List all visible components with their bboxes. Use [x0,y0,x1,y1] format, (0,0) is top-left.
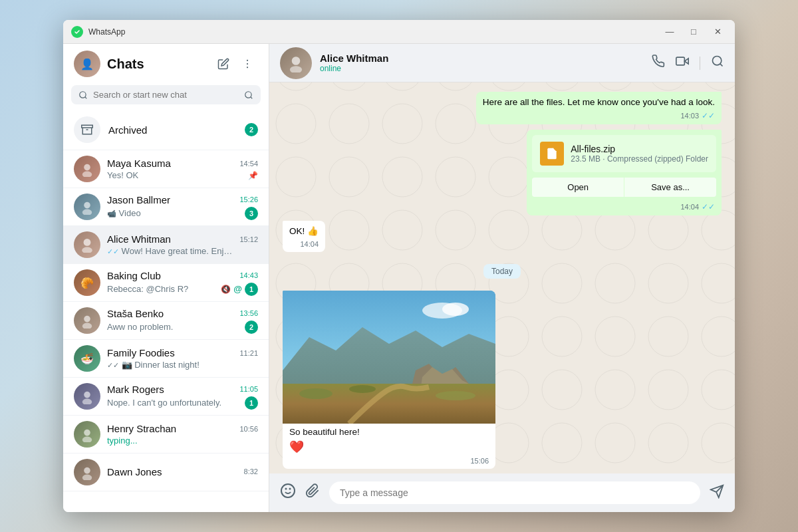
user-profile-avatar[interactable]: 👤 [74,51,100,77]
attach-button[interactable] [305,483,320,502]
svg-point-34 [299,388,332,399]
file-inner: All-files.zip 23.5 MB · Compressed (zipp… [532,135,716,172]
svg-point-1 [247,60,248,61]
svg-point-29 [442,303,469,316]
main-window: WhatsApp — □ ✕ 👤 Chats [63,20,735,512]
svg-point-21 [82,475,92,480]
chat-item-alice[interactable]: Alice Whitman 15:12 ✓✓ Wow! Have great t… [63,226,269,264]
chat-item-henry[interactable]: Henry Strachan 10:56 typing... [63,416,269,454]
chat-avatar-jason [74,194,100,220]
chat-item-dawn[interactable]: Dawn Jones 8:32 [63,454,269,491]
file-actions: Open Save as... [532,178,716,197]
svg-point-37 [281,484,295,497]
svg-point-3 [247,66,248,68]
chat-avatar-maya [74,156,100,182]
header-icons [652,55,724,71]
svg-point-15 [82,323,92,329]
voice-call-button[interactable] [652,55,665,71]
photo-image[interactable] [283,291,495,424]
open-file-button[interactable]: Open [532,178,624,197]
app-logo [71,26,83,38]
chat-list: Archived 2 Maya Kasuma 14:54 [63,110,269,512]
minimize-button[interactable]: — [660,25,679,39]
header-divider [700,57,700,70]
emoji-button[interactable] [280,483,296,503]
svg-point-13 [82,247,92,253]
chat-item-mark[interactable]: Mark Rogers 11:05 Nope. I can't go unfor… [63,378,269,416]
message-tick-1: ✓✓ [702,110,715,122]
message-bubble-1: Here are all the files. Let me know once… [476,92,722,124]
chat-preview-jason: 📹 Video [107,208,141,218]
search-input[interactable] [93,90,239,100]
photo-time: 15:06 [470,457,489,465]
chat-time-jason: 15:26 [239,196,258,203]
menu-button[interactable] [237,53,258,74]
chat-name-alice: Alice Whitman [107,233,171,245]
message-text-ok: OK! 👍 [289,226,319,236]
file-meta: 14:04 ✓✓ [527,202,722,215]
maximize-button[interactable]: □ [684,25,703,39]
chat-avatar-baking: 🥐 [74,269,100,296]
sidebar-header: 👤 Chats [63,44,269,82]
chat-info-mark: Mark Rogers 11:05 Nope. I can't go unfor… [107,384,258,410]
chat-info-stasa: Staša Benko 13:56 Aww no problem. 2 [107,308,258,334]
chat-item-stasa[interactable]: Staša Benko 13:56 Aww no problem. 2 [63,302,269,340]
chat-item-family[interactable]: 🍜 Family Foodies 11:21 ✓✓ 📷 Dinner last … [63,340,269,378]
message-input[interactable] [329,481,700,504]
photo-caption: So beautiful here! [283,424,495,438]
contact-avatar[interactable] [280,47,312,79]
message-bubble-ok: OK! 👍 14:04 [283,221,325,252]
chat-avatar-dawn [74,459,100,485]
archived-row[interactable]: Archived 2 [63,110,269,150]
close-button[interactable]: ✕ [708,25,727,39]
sidebar-icon-group [213,53,258,74]
video-call-button[interactable] [676,55,689,71]
svg-point-20 [84,467,90,474]
chat-name-jason: Jason Ballmer [107,194,170,205]
chat-name-stasa: Staša Benko [107,308,164,319]
new-chat-button[interactable] [213,53,234,74]
chat-item-baking[interactable]: 🥐 Baking Club 14:43 Rebecca: @Chris R? 🔇… [63,264,269,302]
mute-icon: 🔇 [221,285,231,294]
chat-name-henry: Henry Strachan [107,423,176,434]
pin-icon: 📌 [248,171,258,180]
svg-point-10 [84,202,90,209]
send-button[interactable] [710,484,724,502]
svg-point-18 [84,430,90,436]
sidebar: 👤 Chats [63,44,269,512]
chat-item-maya[interactable]: Maya Kasuma 14:54 Yes! OK 📌 [63,150,269,188]
search-messages-button[interactable] [711,55,724,71]
avatar-initial: 👤 [74,51,100,77]
file-size: 23.5 MB · Compressed (zipped) Folder [571,154,708,164]
sidebar-title: Chats [107,57,206,72]
chat-preview-baking: Rebecca: @Chris R? [107,284,188,294]
chat-preview-henry: typing... [107,436,138,446]
file-name: All-files.zip [571,144,708,154]
svg-point-36 [436,391,475,400]
messages-area: Here are all the files. Let me know once… [269,82,735,473]
svg-point-11 [82,209,92,215]
chat-item-jason[interactable]: Jason Ballmer 15:26 📹 Video 3 [63,188,269,226]
message-text-1: Here are all the files. Let me know once… [483,97,715,107]
chat-preview-maya: Yes! OK [107,170,138,180]
chat-time-alice: 15:12 [239,235,258,243]
file-tick: ✓✓ [702,202,715,211]
input-bar [269,473,735,512]
chat-time-maya: 14:54 [239,160,258,168]
chat-header: Alice Whitman online [269,44,735,82]
chat-time-baking: 14:43 [239,271,258,279]
file-time: 14:04 [680,203,699,211]
svg-point-12 [84,239,91,246]
save-file-button[interactable]: Save as... [624,178,716,197]
titlebar: WhatsApp — □ ✕ [63,20,735,44]
svg-point-14 [84,316,90,323]
search-submit-icon [244,90,253,100]
photo-bubble: So beautiful here! ❤️ 15:06 [283,291,495,469]
chat-preview-family: ✓✓ 📷 Dinner last night! [107,360,200,370]
chat-avatar-stasa [74,307,100,334]
date-label: Today [483,264,521,279]
svg-rect-25 [676,57,685,65]
chat-name-mark: Mark Rogers [107,384,164,395]
file-info: All-files.zip 23.5 MB · Compressed (zipp… [571,144,708,164]
chat-name-maya: Maya Kasuma [107,158,171,169]
